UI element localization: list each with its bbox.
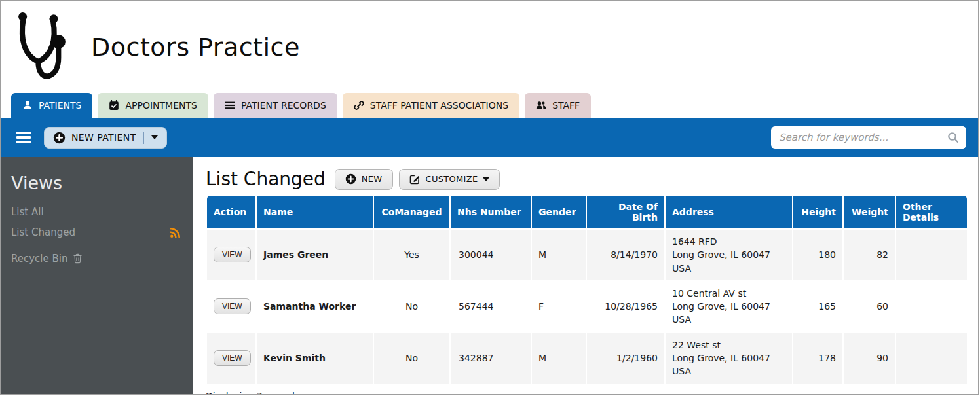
cell-weight: 60 <box>844 281 895 332</box>
cell-gender: M <box>532 230 586 280</box>
record-count: Displaying 3 records. <box>206 391 967 395</box>
view-button[interactable]: VIEW <box>214 247 251 262</box>
col-header-name: Name <box>257 196 373 228</box>
caret-down-icon <box>483 177 489 181</box>
caret-down-icon[interactable] <box>151 135 158 139</box>
view-title: List Changed <box>206 168 326 190</box>
button-divider <box>143 132 144 144</box>
app-header: Doctors Practice <box>1 1 978 93</box>
sidebar-item-label: List All <box>11 206 44 218</box>
table-row: VIEW Kevin Smith No 342887 M 1/2/1960 22… <box>207 333 967 384</box>
sidebar-item-recycle-bin[interactable]: Recycle Bin <box>11 253 181 264</box>
plus-circle-icon <box>53 132 66 144</box>
sidebar-item-label: Recycle Bin <box>11 253 67 264</box>
cell-name: Kevin Smith <box>257 333 373 384</box>
table-header-row: Action Name CoManaged Nhs Number Gender … <box>207 196 967 228</box>
content-area: Views List All List Changed Recycle Bin <box>1 157 978 394</box>
col-header-address: Address <box>666 196 792 228</box>
hamburger-icon[interactable] <box>16 132 31 143</box>
col-header-other-details: Other Details <box>896 196 967 228</box>
cell-weight: 82 <box>844 230 895 280</box>
rss-icon[interactable] <box>170 227 181 238</box>
tab-label: PATIENTS <box>39 100 81 111</box>
tab-label: APPOINTMENTS <box>125 100 197 111</box>
table-row: VIEW Samantha Worker No 567444 F 10/28/1… <box>207 281 967 332</box>
search-box <box>771 126 966 149</box>
cell-height: 180 <box>793 230 842 280</box>
sidebar-views: Views List All List Changed Recycle Bin <box>1 157 193 394</box>
tab-label: PATIENT RECORDS <box>241 100 326 111</box>
main-panel: List Changed NEW CUSTOMIZE <box>193 157 978 394</box>
link-icon <box>354 100 364 111</box>
cell-height: 165 <box>793 281 842 332</box>
col-header-date-of-birth: Date Of Birth <box>587 196 664 228</box>
col-header-action: Action <box>207 196 255 228</box>
calendar-check-icon <box>109 100 119 111</box>
tab-patient-records[interactable]: PATIENT RECORDS <box>214 93 337 118</box>
cell-date-of-birth: 1/2/1960 <box>587 333 664 384</box>
list-icon <box>225 100 235 111</box>
plus-circle-icon <box>345 173 356 185</box>
cell-date-of-birth: 8/14/1970 <box>587 230 664 280</box>
customize-label: CUSTOMIZE <box>426 174 478 184</box>
col-header-weight: Weight <box>844 196 895 228</box>
tab-label: STAFF <box>552 100 580 111</box>
cell-address: 10 Central AV st Long Grove, IL 60047 US… <box>666 281 792 332</box>
title-row: List Changed NEW CUSTOMIZE <box>206 168 967 190</box>
cell-other-details <box>896 281 967 332</box>
cell-gender: M <box>532 333 586 384</box>
cell-comanaged: No <box>374 281 449 332</box>
trash-icon[interactable] <box>73 253 83 264</box>
col-header-nhs-number: Nhs Number <box>451 196 531 228</box>
tab-staff-patient-associations[interactable]: STAFF PATIENT ASSOCIATIONS <box>343 93 519 118</box>
view-button[interactable]: VIEW <box>214 350 251 366</box>
magnifier-icon <box>947 132 959 143</box>
cell-comanaged: No <box>374 333 449 384</box>
customize-button[interactable]: CUSTOMIZE <box>399 169 500 190</box>
tab-appointments[interactable]: APPOINTMENTS <box>98 93 208 118</box>
cell-comanaged: Yes <box>374 230 449 280</box>
cell-nhs-number: 300044 <box>451 230 531 280</box>
tab-patients[interactable]: PATIENTS <box>11 93 92 118</box>
col-header-comanaged: CoManaged <box>374 196 449 228</box>
sidebar-heading: Views <box>11 173 181 193</box>
cell-address: 1644 RFD Long Grove, IL 60047 USA <box>666 230 792 280</box>
person-icon <box>22 100 33 111</box>
new-patient-button[interactable]: NEW PATIENT <box>44 127 167 149</box>
tab-label: STAFF PATIENT ASSOCIATIONS <box>370 100 508 111</box>
cell-other-details <box>896 230 967 280</box>
new-patient-label: NEW PATIENT <box>71 132 136 143</box>
sidebar-item-label: List Changed <box>11 226 75 238</box>
cell-address: 22 West st Long Grove, IL 60047 USA <box>666 333 792 384</box>
page-title: Doctors Practice <box>91 33 300 62</box>
cell-date-of-birth: 10/28/1965 <box>587 281 664 332</box>
patients-table: Action Name CoManaged Nhs Number Gender … <box>206 194 968 385</box>
people-icon <box>536 100 546 111</box>
cell-gender: F <box>532 281 586 332</box>
col-header-gender: Gender <box>532 196 586 228</box>
new-record-button[interactable]: NEW <box>335 169 393 190</box>
tab-bar: PATIENTS APPOINTMENTS PATIENT RECORDS ST… <box>1 93 978 118</box>
stethoscope-icon <box>7 6 77 88</box>
cell-other-details <box>896 333 967 384</box>
search-input[interactable] <box>771 126 939 149</box>
pencil-square-icon <box>409 173 421 185</box>
sidebar-item-list-changed[interactable]: List Changed <box>11 226 181 238</box>
cell-nhs-number: 567444 <box>451 281 531 332</box>
app-window: Doctors Practice PATIENTS APPOINTMENTS P… <box>0 0 979 395</box>
cell-nhs-number: 342887 <box>451 333 531 384</box>
new-record-label: NEW <box>362 174 383 184</box>
search-button[interactable] <box>939 126 966 149</box>
toolbar: NEW PATIENT <box>1 118 978 157</box>
col-header-height: Height <box>793 196 842 228</box>
cell-name: Samantha Worker <box>257 281 373 332</box>
sidebar-item-list-all[interactable]: List All <box>11 206 181 218</box>
cell-weight: 90 <box>844 333 895 384</box>
table-row: VIEW James Green Yes 300044 M 8/14/1970 … <box>207 230 967 280</box>
cell-height: 178 <box>793 333 842 384</box>
cell-name: James Green <box>257 230 373 280</box>
view-button[interactable]: VIEW <box>214 298 251 314</box>
tab-staff[interactable]: STAFF <box>525 93 591 118</box>
